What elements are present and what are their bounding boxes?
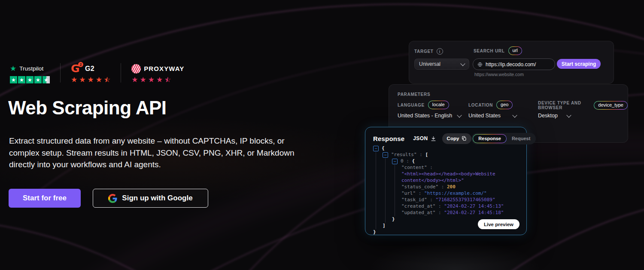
json-download[interactable]: JSON	[413, 135, 436, 141]
g2-stars: ★★★★☆★	[71, 76, 110, 84]
code-token: }	[392, 216, 395, 222]
code-line: "content" :	[373, 165, 523, 171]
g2-logo-icon: G2	[71, 63, 82, 74]
star-icon: ★	[156, 76, 163, 84]
star-icon: ★	[148, 76, 155, 84]
chevron-down-icon	[460, 61, 465, 66]
copy-button-label: Copy	[447, 136, 459, 141]
star-icon: ★	[88, 76, 94, 84]
code-line: "<html><head></head><body>Website	[373, 171, 523, 178]
code-token: "https://example.com/"	[424, 190, 487, 196]
language-select-value: United States - English	[398, 113, 452, 119]
code-line: −0 : {	[373, 158, 523, 165]
code-token: "updated_at"	[401, 210, 435, 215]
star-icon: ★	[34, 76, 42, 83]
code-token: content</body></html>"	[401, 178, 464, 183]
search-url-value: https://ip.decodo.com/	[486, 61, 536, 68]
google-signup-button[interactable]: Sign up with Google	[93, 189, 208, 208]
code-token: "results"	[391, 152, 417, 157]
search-url-input[interactable]: https://ip.decodo.com/	[473, 58, 555, 70]
cta-row: Start for free Sign up with Google	[9, 189, 208, 208]
device-type-badge: device_type	[594, 101, 628, 110]
proxyway-rating: PROXYWAY ★★★★☆★	[131, 63, 184, 84]
parameters-title: PARAMETERS	[398, 92, 430, 97]
location-label: LOCATION	[468, 103, 493, 107]
json-format-label: JSON	[413, 135, 428, 141]
trustpilot-star-icon: ★	[10, 65, 16, 72]
code-token: "2024-02-27 14:45:18"	[444, 210, 504, 215]
chevron-down-icon	[457, 113, 462, 117]
response-request-tabs: Response Request	[471, 133, 536, 144]
google-icon	[108, 194, 117, 203]
response-title: Response	[373, 135, 404, 142]
target-label: TARGET	[414, 49, 434, 54]
tab-request[interactable]: Request	[507, 136, 535, 141]
copy-button[interactable]: Copy	[442, 133, 472, 144]
chevron-down-icon	[512, 113, 517, 117]
code-token: :	[427, 165, 433, 170]
start-scraping-button[interactable]: Start scraping	[557, 59, 601, 69]
live-preview-button[interactable]: Live preview	[478, 219, 519, 229]
code-token: 0	[401, 158, 404, 164]
proxyway-logo-icon	[131, 64, 141, 74]
star-icon: ★	[140, 76, 146, 84]
code-line: −{	[373, 145, 523, 152]
locale-badge: locale	[428, 101, 449, 109]
bg-arc	[0, 166, 343, 270]
divider	[60, 63, 61, 83]
trustpilot-stars: ★ ★ ★ ★ ★	[10, 76, 50, 83]
code-token: {	[382, 145, 385, 151]
star-icon: ★	[96, 76, 102, 84]
star-icon: ★	[10, 76, 17, 83]
language-label: LANGUAGE	[398, 103, 425, 107]
collapse-icon[interactable]: −	[383, 152, 388, 158]
collapse-icon[interactable]: −	[373, 146, 379, 151]
code-token: [	[425, 152, 428, 157]
code-token: "<html><head></head><body>Website	[401, 171, 495, 177]
code-line: "task_id" : "7168255379317465089"	[373, 197, 523, 203]
hero-section: ★ Trustpilot ★ ★ ★ ★ ★ G2 G2 ★★★★☆★	[0, 0, 644, 270]
proxyway-stars: ★★★★☆★	[131, 76, 184, 84]
half-star-icon: ☆★	[164, 76, 171, 84]
google-signup-label: Sign up with Google	[122, 194, 192, 202]
code-token: "content"	[401, 165, 427, 170]
start-for-free-button[interactable]: Start for free	[9, 189, 81, 208]
code-token: "7168255379317465089"	[435, 197, 495, 202]
proxyway-label: PROXYWAY	[144, 65, 184, 72]
code-token: "created_at"	[401, 203, 435, 209]
code-token: {	[412, 158, 415, 164]
collapse-icon[interactable]: −	[392, 159, 398, 164]
location-select[interactable]: United States	[468, 110, 516, 121]
code-line: "url" : "https://example.com/"	[373, 190, 523, 197]
target-select[interactable]: Universal	[414, 58, 469, 70]
star-icon: ★	[18, 76, 25, 83]
info-icon[interactable]	[437, 48, 443, 55]
trustpilot-label: Trustpilot	[19, 65, 43, 72]
geo-badge: geo	[496, 101, 513, 109]
g2-rating: G2 G2 ★★★★☆★	[71, 63, 110, 84]
target-panel: TARGET SEARCH URL url Universal https://…	[409, 41, 614, 84]
trustpilot-rating: ★ Trustpilot ★ ★ ★ ★ ★	[10, 63, 50, 83]
code-token: 200	[447, 184, 456, 190]
star-icon: ★	[131, 76, 138, 84]
page-title: Web Scraping API	[8, 97, 167, 119]
code-line: "status_code" : 200	[373, 184, 523, 190]
response-panel: Response JSON Copy Response	[365, 127, 527, 235]
g2-label: G2	[85, 65, 94, 73]
language-select[interactable]: United States - English	[398, 110, 461, 121]
code-token: :	[417, 152, 425, 157]
location-select-value: United States	[468, 113, 501, 119]
code-line: "updated_at" : "2024-02-27 14:45:18"	[373, 210, 523, 216]
device-type-select[interactable]: Desktop	[538, 110, 571, 121]
tab-response[interactable]: Response	[473, 134, 507, 143]
half-star-icon: ☆★	[104, 76, 110, 84]
url-hint: https://www.website.com	[474, 72, 524, 77]
ratings-strip: ★ Trustpilot ★ ★ ★ ★ ★ G2 G2 ★★★★☆★	[10, 63, 184, 84]
code-line: −"results" : [	[373, 152, 523, 158]
response-header: Response JSON Copy Response	[365, 127, 526, 146]
code-token: :	[435, 203, 444, 209]
divider	[121, 63, 121, 83]
code-token: "status_code"	[401, 184, 438, 190]
copy-icon	[462, 136, 467, 141]
device-type-select-value: Desktop	[538, 113, 558, 119]
